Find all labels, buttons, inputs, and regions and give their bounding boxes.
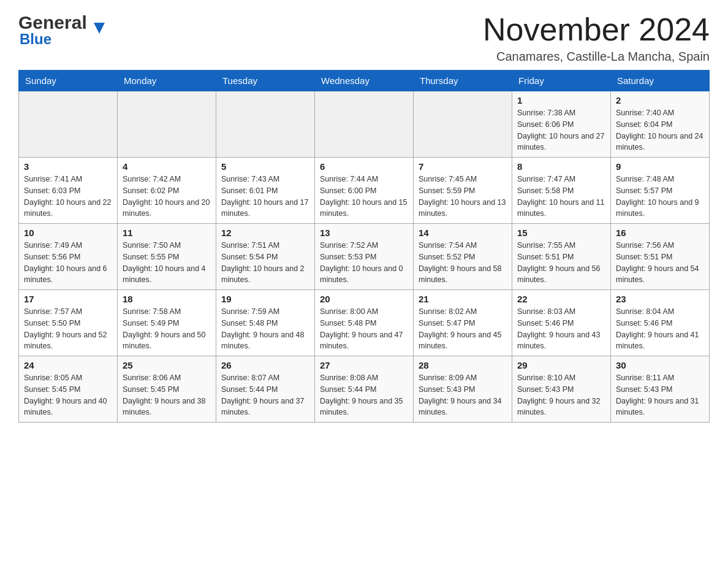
calendar-cell: 21Sunrise: 8:02 AMSunset: 5:47 PMDayligh… — [414, 290, 512, 356]
calendar-cell: 2Sunrise: 7:40 AMSunset: 6:04 PMDaylight… — [611, 91, 710, 158]
calendar-cell: 15Sunrise: 7:55 AMSunset: 5:51 PMDayligh… — [512, 224, 611, 290]
day-number: 5 — [221, 161, 309, 172]
day-number: 17 — [24, 294, 112, 304]
calendar-cell: 9Sunrise: 7:48 AMSunset: 5:57 PMDaylight… — [611, 158, 710, 224]
calendar-cell: 27Sunrise: 8:08 AMSunset: 5:44 PMDayligh… — [315, 356, 414, 423]
calendar-cell: 18Sunrise: 7:58 AMSunset: 5:49 PMDayligh… — [118, 290, 216, 356]
day-info: Sunrise: 8:11 AMSunset: 5:43 PMDaylight:… — [616, 372, 704, 418]
calendar-cell: 16Sunrise: 7:56 AMSunset: 5:51 PMDayligh… — [611, 224, 710, 290]
calendar-cell: 8Sunrise: 7:47 AMSunset: 5:58 PMDaylight… — [512, 158, 611, 224]
day-info: Sunrise: 7:43 AMSunset: 6:01 PMDaylight:… — [221, 174, 309, 220]
calendar-cell: 3Sunrise: 7:41 AMSunset: 6:03 PMDaylight… — [19, 158, 118, 224]
day-info: Sunrise: 7:57 AMSunset: 5:50 PMDaylight:… — [24, 306, 112, 352]
calendar-table: Sunday Monday Tuesday Wednesday Thursday… — [18, 70, 710, 423]
day-info: Sunrise: 8:06 AMSunset: 5:45 PMDaylight:… — [123, 372, 211, 418]
calendar-cell — [414, 91, 512, 158]
subtitle: Canamares, Castille-La Mancha, Spain — [483, 50, 710, 64]
title-section: November 2024 Canamares, Castille-La Man… — [483, 12, 710, 64]
calendar-row-0: 1Sunrise: 7:38 AMSunset: 6:06 PMDaylight… — [19, 91, 710, 158]
day-number: 1 — [517, 95, 605, 105]
day-number: 2 — [616, 95, 704, 105]
calendar-cell — [315, 91, 414, 158]
header-saturday: Saturday — [611, 71, 710, 91]
day-number: 21 — [419, 294, 507, 304]
day-number: 13 — [320, 228, 408, 238]
day-number: 16 — [616, 228, 704, 238]
day-number: 27 — [320, 360, 408, 370]
day-info: Sunrise: 7:48 AMSunset: 5:57 PMDaylight:… — [616, 174, 704, 220]
day-info: Sunrise: 7:54 AMSunset: 5:52 PMDaylight:… — [419, 240, 507, 286]
calendar-cell: 26Sunrise: 8:07 AMSunset: 5:44 PMDayligh… — [216, 356, 315, 423]
day-number: 14 — [419, 228, 507, 238]
day-number: 28 — [419, 360, 507, 370]
day-info: Sunrise: 7:44 AMSunset: 6:00 PMDaylight:… — [320, 174, 408, 220]
calendar-cell: 23Sunrise: 8:04 AMSunset: 5:46 PMDayligh… — [611, 290, 710, 356]
day-info: Sunrise: 8:08 AMSunset: 5:44 PMDaylight:… — [320, 372, 408, 418]
day-number: 3 — [24, 161, 112, 172]
calendar-cell: 7Sunrise: 7:45 AMSunset: 5:59 PMDaylight… — [414, 158, 512, 224]
page-header: General Blue November 2024 Canamares, Ca… — [18, 12, 710, 64]
day-number: 9 — [616, 161, 704, 172]
calendar-cell: 14Sunrise: 7:54 AMSunset: 5:52 PMDayligh… — [414, 224, 512, 290]
day-info: Sunrise: 8:02 AMSunset: 5:47 PMDaylight:… — [419, 306, 507, 352]
day-info: Sunrise: 7:49 AMSunset: 5:56 PMDaylight:… — [24, 240, 112, 286]
day-number: 8 — [517, 161, 605, 172]
calendar-cell: 12Sunrise: 7:51 AMSunset: 5:54 PMDayligh… — [216, 224, 315, 290]
calendar-row-4: 24Sunrise: 8:05 AMSunset: 5:45 PMDayligh… — [19, 356, 710, 423]
day-info: Sunrise: 7:52 AMSunset: 5:53 PMDaylight:… — [320, 240, 408, 286]
day-info: Sunrise: 8:05 AMSunset: 5:45 PMDaylight:… — [24, 372, 112, 418]
calendar-cell: 28Sunrise: 8:09 AMSunset: 5:43 PMDayligh… — [414, 356, 512, 423]
day-info: Sunrise: 7:51 AMSunset: 5:54 PMDaylight:… — [221, 240, 309, 286]
calendar-cell — [19, 91, 118, 158]
day-info: Sunrise: 7:58 AMSunset: 5:49 PMDaylight:… — [123, 306, 211, 352]
day-info: Sunrise: 7:55 AMSunset: 5:51 PMDaylight:… — [517, 240, 605, 286]
day-number: 7 — [419, 161, 507, 172]
day-info: Sunrise: 7:45 AMSunset: 5:59 PMDaylight:… — [419, 174, 507, 220]
calendar-cell: 11Sunrise: 7:50 AMSunset: 5:55 PMDayligh… — [118, 224, 216, 290]
day-number: 6 — [320, 161, 408, 172]
main-title: November 2024 — [483, 12, 710, 47]
logo-general: General — [18, 12, 87, 33]
calendar-cell: 4Sunrise: 7:42 AMSunset: 6:02 PMDaylight… — [118, 158, 216, 224]
day-info: Sunrise: 8:07 AMSunset: 5:44 PMDaylight:… — [221, 372, 309, 418]
calendar-cell: 29Sunrise: 8:10 AMSunset: 5:43 PMDayligh… — [512, 356, 611, 423]
day-info: Sunrise: 8:03 AMSunset: 5:46 PMDaylight:… — [517, 306, 605, 352]
day-number: 12 — [221, 228, 309, 238]
calendar-cell: 30Sunrise: 8:11 AMSunset: 5:43 PMDayligh… — [611, 356, 710, 423]
logo-triangle-icon — [94, 23, 105, 34]
calendar-cell: 13Sunrise: 7:52 AMSunset: 5:53 PMDayligh… — [315, 224, 414, 290]
calendar-cell: 25Sunrise: 8:06 AMSunset: 5:45 PMDayligh… — [118, 356, 216, 423]
day-info: Sunrise: 8:09 AMSunset: 5:43 PMDaylight:… — [419, 372, 507, 418]
calendar-cell: 19Sunrise: 7:59 AMSunset: 5:48 PMDayligh… — [216, 290, 315, 356]
day-number: 22 — [517, 294, 605, 304]
day-number: 30 — [616, 360, 704, 370]
day-info: Sunrise: 8:00 AMSunset: 5:48 PMDaylight:… — [320, 306, 408, 352]
day-info: Sunrise: 7:42 AMSunset: 6:02 PMDaylight:… — [123, 174, 211, 220]
day-info: Sunrise: 7:40 AMSunset: 6:04 PMDaylight:… — [616, 107, 704, 153]
day-number: 23 — [616, 294, 704, 304]
header-monday: Monday — [118, 71, 216, 91]
calendar-cell: 5Sunrise: 7:43 AMSunset: 6:01 PMDaylight… — [216, 158, 315, 224]
calendar-cell: 1Sunrise: 7:38 AMSunset: 6:06 PMDaylight… — [512, 91, 611, 158]
day-number: 18 — [123, 294, 211, 304]
day-info: Sunrise: 7:47 AMSunset: 5:58 PMDaylight:… — [517, 174, 605, 220]
day-info: Sunrise: 7:50 AMSunset: 5:55 PMDaylight:… — [123, 240, 211, 286]
calendar-cell: 24Sunrise: 8:05 AMSunset: 5:45 PMDayligh… — [19, 356, 118, 423]
day-number: 4 — [123, 161, 211, 172]
day-info: Sunrise: 7:59 AMSunset: 5:48 PMDaylight:… — [221, 306, 309, 352]
day-number: 10 — [24, 228, 112, 238]
day-number: 24 — [24, 360, 112, 370]
day-number: 19 — [221, 294, 309, 304]
header-thursday: Thursday — [414, 71, 512, 91]
day-number: 26 — [221, 360, 309, 370]
calendar-cell: 20Sunrise: 8:00 AMSunset: 5:48 PMDayligh… — [315, 290, 414, 356]
calendar-row-3: 17Sunrise: 7:57 AMSunset: 5:50 PMDayligh… — [19, 290, 710, 356]
weekday-header-row: Sunday Monday Tuesday Wednesday Thursday… — [19, 71, 710, 91]
day-info: Sunrise: 7:38 AMSunset: 6:06 PMDaylight:… — [517, 107, 605, 153]
calendar-cell — [118, 91, 216, 158]
logo-blue-text: Blue — [18, 31, 51, 48]
calendar-cell: 10Sunrise: 7:49 AMSunset: 5:56 PMDayligh… — [19, 224, 118, 290]
calendar-row-2: 10Sunrise: 7:49 AMSunset: 5:56 PMDayligh… — [19, 224, 710, 290]
day-number: 29 — [517, 360, 605, 370]
day-number: 25 — [123, 360, 211, 370]
